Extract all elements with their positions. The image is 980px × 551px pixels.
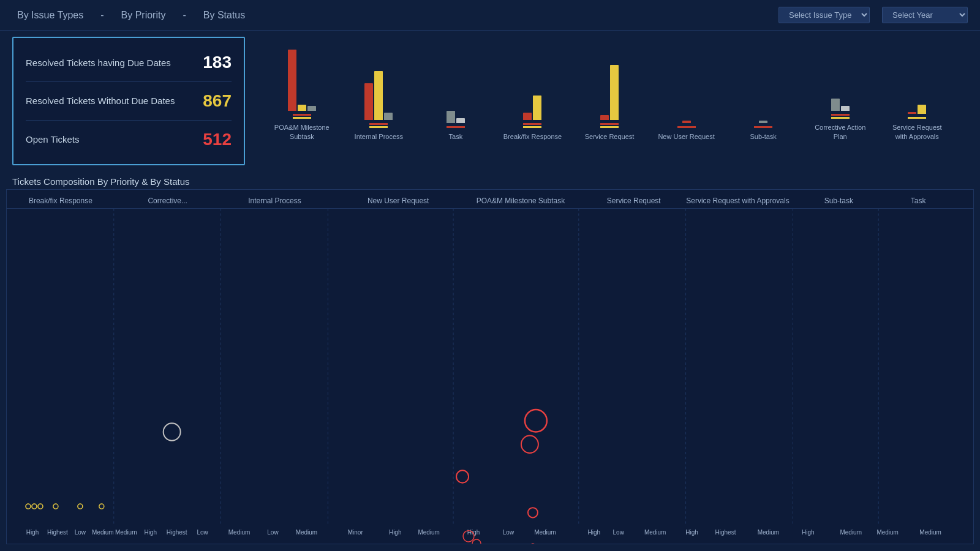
bar-task-white — [456, 118, 465, 123]
dot-corr-1 — [164, 423, 181, 440]
bar-poam-red — [288, 50, 296, 111]
bar-breakfix-red — [523, 113, 532, 120]
stats-card: Resolved Tickets having Due Dates 183 Re… — [12, 37, 245, 165]
bar-task-gray — [447, 111, 455, 123]
dot-bfr-y7 — [99, 504, 104, 509]
dot-bfr-y5 — [53, 504, 58, 509]
col-header-internal: Internal Process — [248, 197, 301, 205]
col-header-corrective: Corrective... — [148, 197, 187, 205]
x-label-int-medium2: Medium — [296, 529, 317, 536]
year-filter[interactable]: Select Year All — [882, 7, 968, 23]
bar-service-yellow — [610, 65, 619, 120]
stat-label-resolved-without-due: Resolved Tickets Without Due Dates — [26, 96, 175, 106]
nav-sep-2: - — [183, 10, 186, 21]
bar-line-corrective-red — [831, 114, 850, 116]
bar-line-service-red — [600, 123, 619, 125]
nav-sep-1: - — [100, 10, 104, 21]
x-label-nur-high: High — [389, 529, 402, 536]
bar-label-breakfix: Break/fix Response — [503, 132, 562, 141]
bar-internal-yellow — [374, 71, 383, 120]
nav-by-issue-types[interactable]: By Issue Types — [12, 7, 88, 23]
bar-subtask-gray — [759, 121, 767, 123]
nav-by-status[interactable]: By Status — [198, 7, 250, 23]
bar-group-subtask: Sub-task — [725, 43, 802, 141]
bar-line-corrective-yellow — [831, 117, 850, 119]
bar-group-service-approvals: Service Requestwith Approvals — [879, 43, 956, 141]
nav-filters: Select Issue Type All Select Year All — [778, 7, 968, 23]
x-label-sr-low: Low — [613, 529, 625, 536]
dot-bfr-y3 — [32, 504, 37, 509]
x-label-bfr-low: Low — [75, 529, 86, 536]
x-label-corr-high: High — [144, 529, 157, 536]
bar-label-newuser: New User Request — [658, 132, 714, 141]
dot-poam-r-large1 — [525, 410, 547, 432]
bar-label-subtask: Sub-task — [750, 132, 776, 141]
col-header-serviceapp: Service Request with Approvals — [686, 197, 789, 205]
bar-label-corrective: Corrective ActionPlan — [815, 123, 865, 141]
bar-line-internal-yellow — [369, 126, 388, 128]
bar-group-corrective: Corrective ActionPlan — [802, 43, 879, 141]
col-header-service: Service Request — [607, 197, 661, 205]
stat-row-resolved-without-due: Resolved Tickets Without Due Dates 867 — [26, 86, 232, 116]
stat-label-open-tickets: Open Tickets — [26, 134, 80, 144]
bar-poam-yellow — [298, 105, 306, 111]
x-label-sra-highest: Highest — [715, 529, 736, 536]
stat-row-open-tickets: Open Tickets 512 — [26, 125, 232, 154]
bar-poam-gray — [307, 106, 316, 111]
stat-row-resolved-with-due: Resolved Tickets having Due Dates 183 — [26, 48, 232, 77]
stat-label-resolved-with-due: Resolved Tickets having Due Dates — [26, 58, 171, 68]
bar-line-poam-red — [293, 114, 311, 116]
bar-group-breakfix: Break/fix Response — [494, 43, 571, 141]
bar-label-service: Service Request — [585, 132, 635, 141]
nav-by-priority[interactable]: By Priority — [116, 7, 171, 23]
dot-bfr-y2 — [26, 504, 31, 509]
bar-line-newuser-red — [677, 126, 696, 128]
x-label-nur-minor: Minor — [348, 529, 364, 536]
x-label-corr-highest: Highest — [167, 529, 187, 536]
bar-newuser-red — [682, 121, 691, 123]
bar-internal-red — [364, 83, 373, 120]
scatter-svg: Break/fix Response Corrective... Interna… — [7, 190, 973, 544]
x-label-corr-low: Low — [197, 529, 208, 536]
bar-line-internal-red — [369, 123, 388, 125]
stats-section: Resolved Tickets having Due Dates 183 Re… — [0, 31, 980, 171]
stat-value-resolved-without-due: 867 — [203, 91, 232, 111]
bar-service-red — [600, 115, 609, 120]
x-label-bfr-highest: Highest — [47, 529, 68, 536]
top-navigation: By Issue Types - By Priority - By Status… — [0, 0, 980, 31]
col-header-newuser: New User Request — [368, 197, 429, 205]
bar-line-breakfix-yellow — [523, 126, 541, 128]
dot-poam-r-med2 — [528, 508, 538, 517]
x-label-sr-high: High — [588, 529, 601, 536]
col-header-poam: POA&M Milestone Subtask — [477, 197, 565, 205]
issue-type-filter[interactable]: Select Issue Type All — [778, 7, 870, 23]
dot-poam-r-sm1 — [472, 539, 481, 544]
bar-group-internal: Internal Process — [341, 43, 418, 141]
bar-group-newuser: New User Request — [648, 43, 725, 141]
x-label-nur-medium: Medium — [418, 529, 439, 536]
bar-label-task: Task — [449, 132, 463, 141]
bar-line-poam-yellow — [293, 117, 311, 119]
col-header-subtask: Sub-task — [824, 197, 854, 205]
dot-bfr-y6 — [78, 504, 83, 509]
scatter-section-title: Tickets Composition By Priority & By Sta… — [0, 171, 980, 189]
dot-bfr-y4 — [38, 504, 43, 509]
stat-value-open-tickets: 512 — [203, 130, 232, 149]
x-label-int-low: Low — [267, 529, 279, 536]
bar-internal-gray — [384, 113, 393, 120]
bar-breakfix-yellow — [533, 96, 541, 120]
bar-corrective-gray — [831, 99, 840, 111]
bar-line-serviceapp-yellow — [908, 117, 926, 119]
col-header-task: Task — [911, 197, 927, 205]
bar-group-poam: POA&M MilestoneSubtask — [263, 43, 341, 141]
bar-group-task: Task — [417, 43, 494, 141]
bar-label-internal: Internal Process — [355, 132, 403, 141]
col-header-breakfix: Break/fix Response — [29, 197, 92, 205]
bar-line-task-red — [447, 126, 465, 128]
bar-serviceapp-red — [908, 112, 916, 114]
x-label-sub-high: High — [802, 529, 815, 536]
x-label-bfr-high: High — [26, 529, 39, 536]
x-label-poam-low: Low — [503, 529, 514, 536]
bar-line-service-yellow — [600, 126, 619, 128]
x-label-poam-medium: Medium — [534, 529, 556, 536]
